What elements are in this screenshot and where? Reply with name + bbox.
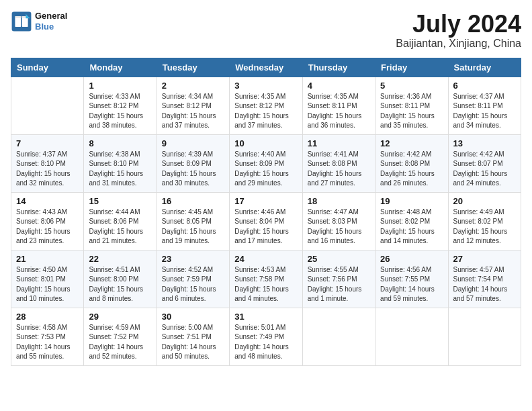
weekday-header-saturday: Saturday <box>448 58 521 77</box>
logo-line2: Blue <box>35 21 67 32</box>
calendar-cell: 3Sunrise: 4:35 AM Sunset: 8:12 PM Daylig… <box>230 77 302 134</box>
day-detail: Sunrise: 4:43 AM Sunset: 8:06 PM Dayligh… <box>16 208 79 246</box>
day-detail: Sunrise: 4:34 AM Sunset: 8:12 PM Dayligh… <box>162 92 224 131</box>
month-title: July 2024 <box>396 11 521 38</box>
day-number: 26 <box>380 254 443 264</box>
day-number: 23 <box>162 254 224 264</box>
day-detail: Sunrise: 4:33 AM Sunset: 8:12 PM Dayligh… <box>89 92 151 131</box>
logo-text: General Blue <box>35 11 67 32</box>
calendar-cell: 20Sunrise: 4:49 AM Sunset: 8:02 PM Dayli… <box>448 192 521 250</box>
header: General Blue July 2024 Baijiantan, Xinji… <box>11 11 521 50</box>
day-number: 17 <box>234 196 297 206</box>
calendar-cell: 24Sunrise: 4:53 AM Sunset: 7:58 PM Dayli… <box>230 250 302 308</box>
calendar-cell <box>375 308 448 365</box>
calendar-cell: 31Sunrise: 5:01 AM Sunset: 7:49 PM Dayli… <box>230 308 302 365</box>
day-number: 18 <box>308 196 370 206</box>
calendar-cell: 22Sunrise: 4:51 AM Sunset: 8:00 PM Dayli… <box>84 250 157 308</box>
day-number: 6 <box>453 81 516 91</box>
day-detail: Sunrise: 5:00 AM Sunset: 7:51 PM Dayligh… <box>162 323 224 362</box>
day-number: 31 <box>234 312 297 322</box>
calendar-week-4: 28Sunrise: 4:58 AM Sunset: 7:53 PM Dayli… <box>11 308 521 365</box>
calendar-cell: 19Sunrise: 4:48 AM Sunset: 8:02 PM Dayli… <box>375 192 448 250</box>
calendar-cell: 17Sunrise: 4:46 AM Sunset: 8:04 PM Dayli… <box>230 192 302 250</box>
calendar-table: SundayMondayTuesdayWednesdayThursdayFrid… <box>11 58 521 366</box>
day-number: 16 <box>162 196 224 206</box>
location-title: Baijiantan, Xinjiang, China <box>396 38 521 50</box>
day-number: 7 <box>16 138 79 148</box>
weekday-header-friday: Friday <box>375 58 448 77</box>
day-detail: Sunrise: 4:37 AM Sunset: 8:11 PM Dayligh… <box>453 92 516 131</box>
day-detail: Sunrise: 4:55 AM Sunset: 7:56 PM Dayligh… <box>308 265 370 304</box>
day-number: 10 <box>234 138 297 148</box>
day-detail: Sunrise: 4:45 AM Sunset: 8:05 PM Dayligh… <box>162 208 224 246</box>
day-detail: Sunrise: 4:35 AM Sunset: 8:12 PM Dayligh… <box>234 92 297 131</box>
day-number: 29 <box>89 312 151 322</box>
day-number: 15 <box>89 196 151 206</box>
day-detail: Sunrise: 4:44 AM Sunset: 8:06 PM Dayligh… <box>89 208 151 246</box>
day-detail: Sunrise: 4:41 AM Sunset: 8:08 PM Dayligh… <box>308 150 370 189</box>
calendar-cell <box>302 308 375 365</box>
calendar-cell: 5Sunrise: 4:36 AM Sunset: 8:11 PM Daylig… <box>375 77 448 134</box>
day-number: 3 <box>234 81 297 91</box>
weekday-header-sunday: Sunday <box>11 58 84 77</box>
calendar-cell: 21Sunrise: 4:50 AM Sunset: 8:01 PM Dayli… <box>11 250 84 308</box>
day-detail: Sunrise: 4:37 AM Sunset: 8:10 PM Dayligh… <box>16 150 79 189</box>
calendar-week-3: 21Sunrise: 4:50 AM Sunset: 8:01 PM Dayli… <box>11 250 521 308</box>
day-detail: Sunrise: 4:56 AM Sunset: 7:55 PM Dayligh… <box>380 265 443 304</box>
day-number: 5 <box>380 81 443 91</box>
calendar-cell: 30Sunrise: 5:00 AM Sunset: 7:51 PM Dayli… <box>157 308 229 365</box>
day-detail: Sunrise: 4:46 AM Sunset: 8:04 PM Dayligh… <box>234 208 297 246</box>
weekday-header-tuesday: Tuesday <box>157 58 229 77</box>
calendar-cell: 29Sunrise: 4:59 AM Sunset: 7:52 PM Dayli… <box>84 308 157 365</box>
day-number: 19 <box>380 196 443 206</box>
day-number: 12 <box>380 138 443 148</box>
day-detail: Sunrise: 4:58 AM Sunset: 7:53 PM Dayligh… <box>16 323 79 362</box>
day-number: 20 <box>453 196 516 206</box>
day-number: 9 <box>162 138 224 148</box>
day-detail: Sunrise: 4:51 AM Sunset: 8:00 PM Dayligh… <box>89 265 151 304</box>
day-detail: Sunrise: 4:53 AM Sunset: 7:58 PM Dayligh… <box>234 265 297 304</box>
calendar-cell: 14Sunrise: 4:43 AM Sunset: 8:06 PM Dayli… <box>11 192 84 250</box>
calendar-cell: 27Sunrise: 4:57 AM Sunset: 7:54 PM Dayli… <box>448 250 521 308</box>
day-detail: Sunrise: 4:36 AM Sunset: 8:11 PM Dayligh… <box>380 92 443 131</box>
day-detail: Sunrise: 4:47 AM Sunset: 8:03 PM Dayligh… <box>308 208 370 246</box>
day-number: 25 <box>308 254 370 264</box>
day-detail: Sunrise: 4:52 AM Sunset: 7:59 PM Dayligh… <box>162 265 224 304</box>
day-detail: Sunrise: 4:59 AM Sunset: 7:52 PM Dayligh… <box>89 323 151 362</box>
svg-rect-0 <box>12 12 32 32</box>
weekday-header-monday: Monday <box>84 58 157 77</box>
day-number: 14 <box>16 196 79 206</box>
calendar-cell: 9Sunrise: 4:39 AM Sunset: 8:09 PM Daylig… <box>157 134 229 192</box>
day-number: 24 <box>234 254 297 264</box>
calendar-cell: 10Sunrise: 4:40 AM Sunset: 8:09 PM Dayli… <box>230 134 302 192</box>
weekday-header-wednesday: Wednesday <box>230 58 302 77</box>
day-detail: Sunrise: 4:40 AM Sunset: 8:09 PM Dayligh… <box>234 150 297 189</box>
calendar-cell: 8Sunrise: 4:38 AM Sunset: 8:10 PM Daylig… <box>84 134 157 192</box>
day-number: 13 <box>453 138 516 148</box>
calendar-cell: 6Sunrise: 4:37 AM Sunset: 8:11 PM Daylig… <box>448 77 521 134</box>
calendar-cell: 2Sunrise: 4:34 AM Sunset: 8:12 PM Daylig… <box>157 77 229 134</box>
calendar-cell: 23Sunrise: 4:52 AM Sunset: 7:59 PM Dayli… <box>157 250 229 308</box>
calendar-cell: 12Sunrise: 4:42 AM Sunset: 8:08 PM Dayli… <box>375 134 448 192</box>
day-number: 8 <box>89 138 151 148</box>
weekday-header-thursday: Thursday <box>302 58 375 77</box>
day-number: 2 <box>162 81 224 91</box>
logo: General Blue <box>11 11 67 32</box>
logo-line1: General <box>35 11 67 21</box>
calendar-cell: 13Sunrise: 4:42 AM Sunset: 8:07 PM Dayli… <box>448 134 521 192</box>
day-number: 22 <box>89 254 151 264</box>
day-detail: Sunrise: 4:35 AM Sunset: 8:11 PM Dayligh… <box>308 92 370 131</box>
calendar-cell: 11Sunrise: 4:41 AM Sunset: 8:08 PM Dayli… <box>302 134 375 192</box>
calendar-week-2: 14Sunrise: 4:43 AM Sunset: 8:06 PM Dayli… <box>11 192 521 250</box>
day-detail: Sunrise: 4:48 AM Sunset: 8:02 PM Dayligh… <box>380 208 443 246</box>
calendar-week-1: 7Sunrise: 4:37 AM Sunset: 8:10 PM Daylig… <box>11 134 521 192</box>
weekday-header-row: SundayMondayTuesdayWednesdayThursdayFrid… <box>11 58 521 77</box>
logo-icon <box>11 11 32 32</box>
title-area: July 2024 Baijiantan, Xinjiang, China <box>396 11 521 50</box>
day-number: 30 <box>162 312 224 322</box>
day-number: 4 <box>308 81 370 91</box>
day-detail: Sunrise: 4:42 AM Sunset: 8:07 PM Dayligh… <box>453 150 516 189</box>
day-number: 11 <box>308 138 370 148</box>
day-number: 1 <box>89 81 151 91</box>
calendar-cell: 4Sunrise: 4:35 AM Sunset: 8:11 PM Daylig… <box>302 77 375 134</box>
